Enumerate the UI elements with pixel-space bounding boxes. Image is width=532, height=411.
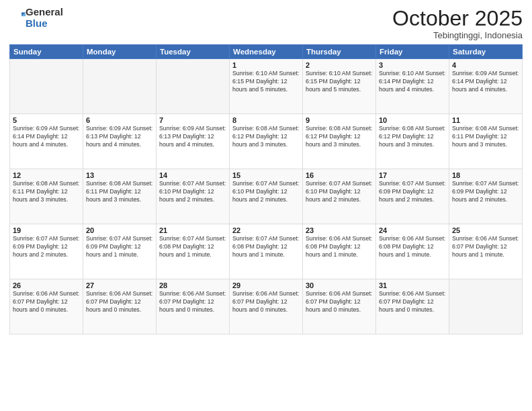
calendar-cell-w5-d4: 29Sunrise: 6:06 AM Sunset: 6:07 PM Dayli… xyxy=(230,279,303,334)
title-block: October 2025 Tebingtinggi, Indonesia xyxy=(392,7,523,40)
logo: General Blue xyxy=(9,7,63,29)
day-info-26: Sunrise: 6:06 AM Sunset: 6:07 PM Dayligh… xyxy=(13,290,80,314)
day-info-9: Sunrise: 6:08 AM Sunset: 6:12 PM Dayligh… xyxy=(306,125,373,149)
calendar-cell-w1-d4: 1Sunrise: 6:10 AM Sunset: 6:15 PM Daylig… xyxy=(230,59,303,114)
col-monday: Monday xyxy=(83,45,157,59)
calendar-cell-w2-d2: 6Sunrise: 6:09 AM Sunset: 6:13 PM Daylig… xyxy=(83,114,157,169)
day-info-10: Sunrise: 6:08 AM Sunset: 6:12 PM Dayligh… xyxy=(379,125,446,149)
day-number-11: 11 xyxy=(452,116,519,124)
day-number-4: 4 xyxy=(452,61,519,69)
calendar-cell-w1-d6: 3Sunrise: 6:10 AM Sunset: 6:14 PM Daylig… xyxy=(376,59,449,114)
col-wednesday: Wednesday xyxy=(230,45,303,59)
week-row-3: 12Sunrise: 6:08 AM Sunset: 6:11 PM Dayli… xyxy=(10,169,523,224)
day-info-21: Sunrise: 6:07 AM Sunset: 6:08 PM Dayligh… xyxy=(159,235,226,259)
calendar-cell-w4-d4: 22Sunrise: 6:07 AM Sunset: 6:08 PM Dayli… xyxy=(230,224,303,279)
col-saturday: Saturday xyxy=(449,45,523,59)
day-number-13: 13 xyxy=(86,171,153,179)
day-number-30: 30 xyxy=(306,281,373,289)
day-info-25: Sunrise: 6:06 AM Sunset: 6:07 PM Dayligh… xyxy=(452,235,519,259)
calendar-cell-w4-d1: 19Sunrise: 6:07 AM Sunset: 6:09 PM Dayli… xyxy=(10,224,83,279)
calendar-cell-w5-d7 xyxy=(449,279,523,334)
calendar-cell-w3-d3: 14Sunrise: 6:07 AM Sunset: 6:10 PM Dayli… xyxy=(157,169,230,224)
day-info-17: Sunrise: 6:07 AM Sunset: 6:09 PM Dayligh… xyxy=(379,180,446,204)
day-number-28: 28 xyxy=(159,281,226,289)
day-info-13: Sunrise: 6:08 AM Sunset: 6:11 PM Dayligh… xyxy=(86,180,153,204)
calendar-cell-w3-d6: 17Sunrise: 6:07 AM Sunset: 6:09 PM Dayli… xyxy=(376,169,449,224)
calendar-header-row: Sunday Monday Tuesday Wednesday Thursday… xyxy=(10,45,523,59)
header: General Blue October 2025 Tebingtinggi, … xyxy=(9,7,523,40)
calendar: Sunday Monday Tuesday Wednesday Thursday… xyxy=(9,44,523,334)
calendar-cell-w5-d5: 30Sunrise: 6:06 AM Sunset: 6:07 PM Dayli… xyxy=(303,279,376,334)
day-number-23: 23 xyxy=(306,226,373,234)
logo-text: General Blue xyxy=(26,7,63,29)
day-info-23: Sunrise: 6:06 AM Sunset: 6:08 PM Dayligh… xyxy=(306,235,373,259)
day-number-24: 24 xyxy=(379,226,446,234)
week-row-1: 1Sunrise: 6:10 AM Sunset: 6:15 PM Daylig… xyxy=(10,59,523,114)
calendar-cell-w4-d7: 25Sunrise: 6:06 AM Sunset: 6:07 PM Dayli… xyxy=(449,224,523,279)
calendar-cell-w5-d1: 26Sunrise: 6:06 AM Sunset: 6:07 PM Dayli… xyxy=(10,279,83,334)
week-row-2: 5Sunrise: 6:09 AM Sunset: 6:14 PM Daylig… xyxy=(10,114,523,169)
day-number-25: 25 xyxy=(452,226,519,234)
calendar-cell-w2-d4: 8Sunrise: 6:08 AM Sunset: 6:12 PM Daylig… xyxy=(230,114,303,169)
day-info-4: Sunrise: 6:09 AM Sunset: 6:14 PM Dayligh… xyxy=(452,70,519,94)
calendar-cell-w2-d5: 9Sunrise: 6:08 AM Sunset: 6:12 PM Daylig… xyxy=(303,114,376,169)
calendar-cell-w3-d7: 18Sunrise: 6:07 AM Sunset: 6:09 PM Dayli… xyxy=(449,169,523,224)
calendar-cell-w1-d2 xyxy=(83,59,157,114)
day-number-26: 26 xyxy=(13,281,80,289)
day-number-14: 14 xyxy=(159,171,226,179)
calendar-cell-w2-d3: 7Sunrise: 6:09 AM Sunset: 6:13 PM Daylig… xyxy=(157,114,230,169)
day-number-16: 16 xyxy=(306,171,373,179)
day-number-20: 20 xyxy=(86,226,153,234)
day-info-20: Sunrise: 6:07 AM Sunset: 6:09 PM Dayligh… xyxy=(86,235,153,259)
calendar-cell-w3-d5: 16Sunrise: 6:07 AM Sunset: 6:10 PM Dayli… xyxy=(303,169,376,224)
day-info-31: Sunrise: 6:06 AM Sunset: 6:07 PM Dayligh… xyxy=(379,290,446,314)
day-number-18: 18 xyxy=(452,171,519,179)
day-info-16: Sunrise: 6:07 AM Sunset: 6:10 PM Dayligh… xyxy=(306,180,373,204)
calendar-cell-w1-d1 xyxy=(10,59,83,114)
calendar-cell-w2-d7: 11Sunrise: 6:08 AM Sunset: 6:11 PM Dayli… xyxy=(449,114,523,169)
calendar-cell-w1-d3 xyxy=(157,59,230,114)
day-info-30: Sunrise: 6:06 AM Sunset: 6:07 PM Dayligh… xyxy=(306,290,373,314)
day-number-19: 19 xyxy=(13,226,80,234)
day-info-7: Sunrise: 6:09 AM Sunset: 6:13 PM Dayligh… xyxy=(159,125,226,149)
day-info-14: Sunrise: 6:07 AM Sunset: 6:10 PM Dayligh… xyxy=(159,180,226,204)
week-row-5: 26Sunrise: 6:06 AM Sunset: 6:07 PM Dayli… xyxy=(10,279,523,334)
day-info-29: Sunrise: 6:06 AM Sunset: 6:07 PM Dayligh… xyxy=(232,290,300,314)
day-info-12: Sunrise: 6:08 AM Sunset: 6:11 PM Dayligh… xyxy=(13,180,80,204)
day-info-27: Sunrise: 6:06 AM Sunset: 6:07 PM Dayligh… xyxy=(86,290,153,314)
calendar-cell-w2-d6: 10Sunrise: 6:08 AM Sunset: 6:12 PM Dayli… xyxy=(376,114,449,169)
calendar-cell-w5-d2: 27Sunrise: 6:06 AM Sunset: 6:07 PM Dayli… xyxy=(83,279,157,334)
day-info-19: Sunrise: 6:07 AM Sunset: 6:09 PM Dayligh… xyxy=(13,235,80,259)
page: General Blue October 2025 Tebingtinggi, … xyxy=(0,0,532,411)
calendar-cell-w1-d7: 4Sunrise: 6:09 AM Sunset: 6:14 PM Daylig… xyxy=(449,59,523,114)
day-info-2: Sunrise: 6:10 AM Sunset: 6:15 PM Dayligh… xyxy=(306,70,373,94)
calendar-cell-w4-d2: 20Sunrise: 6:07 AM Sunset: 6:09 PM Dayli… xyxy=(83,224,157,279)
day-number-9: 9 xyxy=(306,116,373,124)
day-info-1: Sunrise: 6:10 AM Sunset: 6:15 PM Dayligh… xyxy=(232,70,300,94)
day-number-29: 29 xyxy=(232,281,300,289)
logo-icon xyxy=(11,9,26,24)
day-number-27: 27 xyxy=(86,281,153,289)
day-number-7: 7 xyxy=(159,116,226,124)
calendar-cell-w5-d6: 31Sunrise: 6:06 AM Sunset: 6:07 PM Dayli… xyxy=(376,279,449,334)
day-info-28: Sunrise: 6:06 AM Sunset: 6:07 PM Dayligh… xyxy=(159,290,226,314)
calendar-cell-w3-d2: 13Sunrise: 6:08 AM Sunset: 6:11 PM Dayli… xyxy=(83,169,157,224)
day-info-11: Sunrise: 6:08 AM Sunset: 6:11 PM Dayligh… xyxy=(452,125,519,149)
col-tuesday: Tuesday xyxy=(157,45,230,59)
day-number-17: 17 xyxy=(379,171,446,179)
day-info-8: Sunrise: 6:08 AM Sunset: 6:12 PM Dayligh… xyxy=(232,125,300,149)
day-info-15: Sunrise: 6:07 AM Sunset: 6:10 PM Dayligh… xyxy=(232,180,300,204)
calendar-cell-w3-d1: 12Sunrise: 6:08 AM Sunset: 6:11 PM Dayli… xyxy=(10,169,83,224)
day-number-5: 5 xyxy=(13,116,80,124)
col-thursday: Thursday xyxy=(303,45,376,59)
month-title: October 2025 xyxy=(392,7,523,30)
week-row-4: 19Sunrise: 6:07 AM Sunset: 6:09 PM Dayli… xyxy=(10,224,523,279)
day-number-15: 15 xyxy=(232,171,300,179)
day-number-12: 12 xyxy=(13,171,80,179)
calendar-cell-w4-d6: 24Sunrise: 6:06 AM Sunset: 6:08 PM Dayli… xyxy=(376,224,449,279)
location-subtitle: Tebingtinggi, Indonesia xyxy=(392,30,523,40)
day-number-3: 3 xyxy=(379,61,446,69)
calendar-cell-w1-d5: 2Sunrise: 6:10 AM Sunset: 6:15 PM Daylig… xyxy=(303,59,376,114)
calendar-cell-w2-d1: 5Sunrise: 6:09 AM Sunset: 6:14 PM Daylig… xyxy=(10,114,83,169)
calendar-cell-w3-d4: 15Sunrise: 6:07 AM Sunset: 6:10 PM Dayli… xyxy=(230,169,303,224)
